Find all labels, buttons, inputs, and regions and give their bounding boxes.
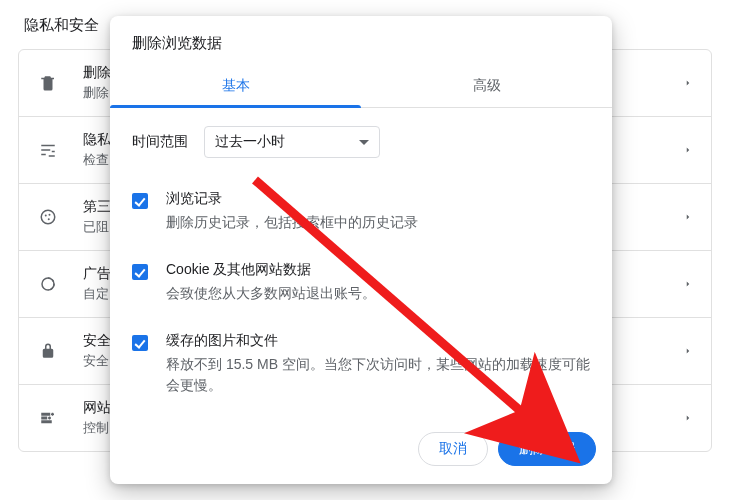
- cancel-button[interactable]: 取消: [418, 432, 488, 466]
- svg-point-3: [48, 218, 50, 220]
- cookie-icon: [37, 206, 59, 228]
- check-cookies: Cookie 及其他网站数据 会致使您从大多数网站退出账号。: [132, 251, 590, 322]
- check-cache-title: 缓存的图片和文件: [166, 332, 590, 350]
- check-cookies-title: Cookie 及其他网站数据: [166, 261, 376, 279]
- checkbox-cookies[interactable]: [132, 264, 148, 280]
- chevron-right-icon: [683, 145, 693, 155]
- sliders-icon: [37, 407, 59, 429]
- chevron-right-icon: [683, 346, 693, 356]
- dialog-footer: 取消 删除数据: [110, 420, 612, 484]
- tab-advanced[interactable]: 高级: [361, 67, 612, 107]
- chevron-right-icon: [683, 78, 693, 88]
- dialog-tabs: 基本 高级: [110, 67, 612, 108]
- tab-basic[interactable]: 基本: [110, 67, 361, 107]
- time-range-value: 过去一小时: [215, 133, 285, 151]
- trash-icon: [37, 72, 59, 94]
- checkbox-history[interactable]: [132, 193, 148, 209]
- caret-down-icon: [359, 140, 369, 145]
- check-history-title: 浏览记录: [166, 190, 418, 208]
- dialog-title: 删除浏览数据: [110, 16, 612, 67]
- check-history-sub: 删除历史记录，包括搜索框中的历史记录: [166, 212, 418, 233]
- chevron-right-icon: [683, 413, 693, 423]
- check-history: 浏览记录 删除历史记录，包括搜索框中的历史记录: [132, 180, 590, 251]
- tune-icon: [37, 139, 59, 161]
- ads-icon: [37, 273, 59, 295]
- lock-icon: [37, 340, 59, 362]
- svg-point-1: [45, 215, 47, 217]
- checkbox-cache[interactable]: [132, 335, 148, 351]
- check-cache: 缓存的图片和文件 释放不到 15.5 MB 空间。当您下次访问时，某些网站的加载…: [132, 322, 590, 414]
- dialog-body: 时间范围 过去一小时 浏览记录 删除历史记录，包括搜索框中的历史记录 Cooki…: [110, 108, 612, 420]
- confirm-button[interactable]: 删除数据: [498, 432, 596, 466]
- svg-point-0: [41, 210, 55, 224]
- chevron-right-icon: [683, 279, 693, 289]
- check-cache-sub: 释放不到 15.5 MB 空间。当您下次访问时，某些网站的加载速度可能会更慢。: [166, 354, 590, 396]
- time-range-select[interactable]: 过去一小时: [204, 126, 380, 158]
- check-cookies-sub: 会致使您从大多数网站退出账号。: [166, 283, 376, 304]
- chevron-right-icon: [683, 212, 693, 222]
- clear-data-dialog: 删除浏览数据 基本 高级 时间范围 过去一小时 浏览记录 删除历史记录，包括搜索…: [110, 16, 612, 484]
- svg-point-2: [49, 214, 51, 216]
- time-range-label: 时间范围: [132, 133, 188, 151]
